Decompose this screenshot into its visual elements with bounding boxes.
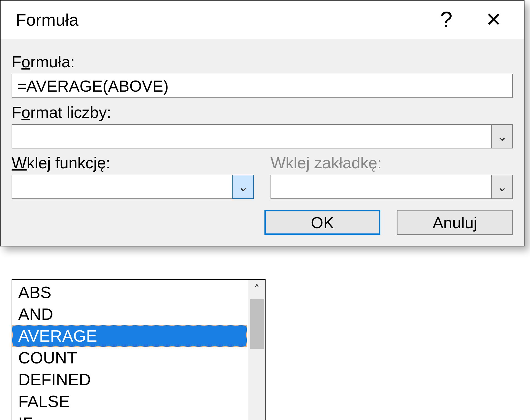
titlebar-buttons: ? ✕ (440, 9, 513, 31)
paste-bookmark-label: Wklej zakładkę: (271, 153, 513, 172)
scrollbar-track[interactable] (248, 299, 265, 420)
dropdown-scrollbar[interactable]: ˄ ˅ (248, 280, 265, 420)
chevron-down-icon: ⌄ (497, 129, 508, 144)
titlebar: Formuła ? ✕ (1, 1, 524, 39)
function-dropdown-list: ABS AND AVERAGE COUNT DEFINED FALSE IF I… (12, 279, 266, 420)
number-format-input[interactable] (12, 124, 491, 148)
dropdown-item[interactable]: COUNT (12, 347, 248, 369)
paste-function-combo[interactable]: ⌄ (12, 175, 254, 199)
dialog-body: Formuła: =AVERAGE(ABOVE) Format liczby: … (1, 39, 524, 246)
paste-function-dropdown-button[interactable]: ⌄ (232, 175, 254, 199)
help-icon[interactable]: ? (440, 9, 453, 31)
chevron-down-icon: ⌄ (497, 179, 508, 194)
formula-input[interactable]: =AVERAGE(ABOVE) (12, 74, 513, 98)
dropdown-item-selected[interactable]: AVERAGE (12, 325, 247, 347)
dropdown-item[interactable]: ABS (12, 281, 248, 303)
paste-function-label: Wklej funkcję: (12, 153, 254, 172)
scroll-up-icon[interactable]: ˄ (248, 280, 265, 299)
number-format-label: Format liczby: (12, 103, 513, 121)
dropdown-item[interactable]: DEFINED (12, 369, 248, 390)
dropdown-item[interactable]: IF (12, 412, 248, 420)
paste-bookmark-dropdown-button[interactable]: ⌄ (491, 175, 513, 199)
formula-label: Formuła: (12, 52, 513, 71)
number-format-dropdown-button[interactable]: ⌄ (491, 124, 513, 148)
dialog-buttons: OK Anuluj (12, 210, 513, 235)
paste-bookmark-combo[interactable]: ⌄ (271, 175, 513, 199)
paste-function-input[interactable] (12, 175, 232, 199)
number-format-combo[interactable]: ⌄ (12, 124, 513, 148)
paste-bookmark-input[interactable] (271, 175, 491, 199)
dialog-title: Formuła (16, 10, 78, 30)
cancel-button[interactable]: Anuluj (397, 210, 513, 235)
chevron-down-icon: ⌄ (238, 179, 249, 194)
dropdown-item[interactable]: AND (12, 303, 248, 325)
formula-dialog: Formuła ? ✕ Formuła: =AVERAGE(ABOVE) For… (0, 0, 524, 246)
scrollbar-thumb[interactable] (250, 299, 264, 349)
close-icon[interactable]: ✕ (486, 10, 502, 29)
dropdown-items: ABS AND AVERAGE COUNT DEFINED FALSE IF I… (12, 280, 248, 420)
formula-input-value: =AVERAGE(ABOVE) (17, 77, 168, 95)
dropdown-item[interactable]: FALSE (12, 390, 248, 412)
ok-button[interactable]: OK (264, 210, 380, 235)
